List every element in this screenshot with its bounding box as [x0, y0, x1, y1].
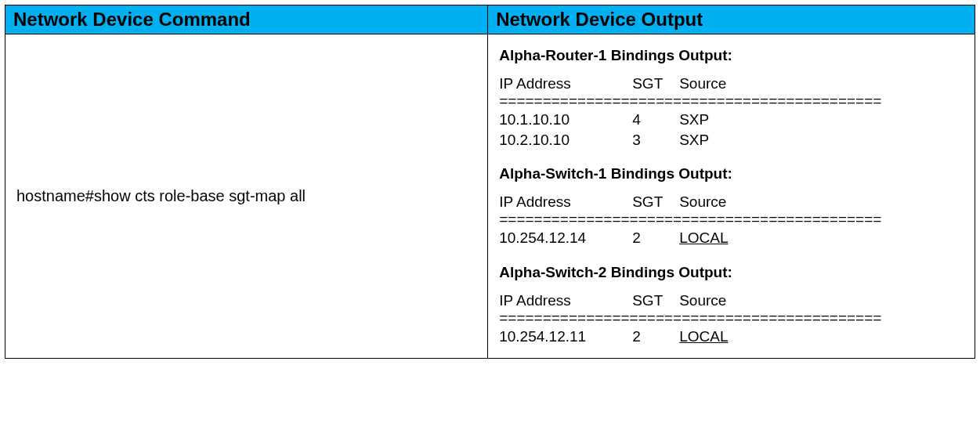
- network-device-table: Network Device Command Network Device Ou…: [5, 5, 975, 359]
- row-ip: 10.254.12.11: [499, 327, 632, 347]
- section-spacer: [499, 150, 964, 157]
- output-column-header: IP AddressSGTSource: [499, 292, 964, 309]
- row-sgt: 4: [632, 110, 679, 130]
- row-sgt: 2: [632, 228, 679, 248]
- row-source: LOCAL: [679, 327, 728, 347]
- col-source: Source: [679, 193, 726, 211]
- separator-line: ========================================…: [499, 211, 964, 228]
- table-body-row: hostname#show cts role-base sgt-map all …: [5, 34, 975, 359]
- col-source: Source: [679, 75, 726, 92]
- separator-line: ========================================…: [499, 92, 964, 110]
- output-column-header: IP AddressSGTSource: [499, 75, 964, 92]
- output-row: 10.254.12.112LOCAL: [499, 327, 964, 347]
- header-command: Network Device Command: [5, 5, 488, 34]
- output-section-title: Alpha-Switch-2 Bindings Output:: [499, 264, 964, 281]
- output-row: 10.254.12.142LOCAL: [499, 228, 964, 248]
- row-source: LOCAL: [679, 228, 728, 248]
- col-source: Source: [679, 292, 726, 309]
- output-row: 10.1.10.104SXP: [499, 110, 964, 130]
- col-sgt: SGT: [632, 193, 679, 211]
- row-source: SXP: [679, 110, 709, 130]
- col-sgt: SGT: [632, 292, 679, 309]
- header-output: Network Device Output: [488, 5, 975, 34]
- row-sgt: 2: [632, 327, 679, 347]
- row-ip: 10.254.12.14: [499, 228, 632, 248]
- row-sgt: 3: [632, 130, 679, 150]
- row-ip: 10.1.10.10: [499, 110, 632, 130]
- row-source: SXP: [679, 130, 709, 150]
- output-container: Alpha-Router-1 Bindings Output:IP Addres…: [499, 47, 964, 347]
- col-ip: IP Address: [499, 292, 632, 309]
- output-column-header: IP AddressSGTSource: [499, 193, 964, 211]
- command-cell: hostname#show cts role-base sgt-map all: [5, 34, 488, 359]
- separator-line: ========================================…: [499, 309, 964, 327]
- col-ip: IP Address: [499, 193, 632, 211]
- command-text: hostname#show cts role-base sgt-map all: [16, 187, 306, 204]
- output-cell: Alpha-Router-1 Bindings Output:IP Addres…: [488, 34, 975, 359]
- section-spacer: [499, 248, 964, 256]
- col-ip: IP Address: [499, 75, 632, 92]
- row-ip: 10.2.10.10: [499, 130, 632, 150]
- col-sgt: SGT: [632, 75, 679, 92]
- output-section-title: Alpha-Switch-1 Bindings Output:: [499, 165, 964, 182]
- output-section-title: Alpha-Router-1 Bindings Output:: [499, 47, 964, 64]
- output-row: 10.2.10.103SXP: [499, 130, 964, 150]
- table-header-row: Network Device Command Network Device Ou…: [5, 5, 975, 34]
